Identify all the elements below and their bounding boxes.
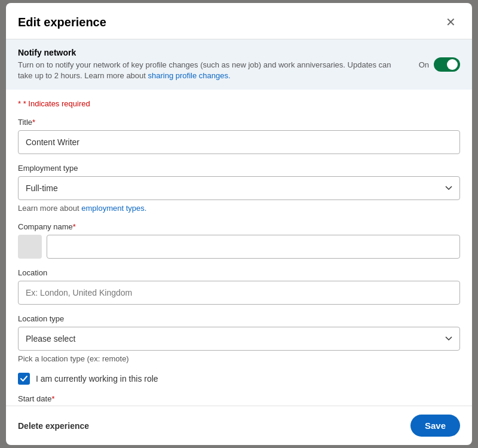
- location-type-group: Location type Please select On-site Hybr…: [18, 314, 460, 363]
- modal-header: Edit experience ✕: [6, 3, 472, 39]
- modal-title: Edit experience: [18, 16, 106, 29]
- notify-toggle[interactable]: [434, 57, 460, 72]
- employment-type-label: Employment type: [18, 164, 460, 173]
- start-date-label: Start date*: [18, 394, 460, 403]
- employment-types-link[interactable]: employment types.: [81, 204, 146, 213]
- start-date-required-star: *: [51, 394, 54, 403]
- company-row: [18, 235, 460, 259]
- employment-type-select[interactable]: Full-time Part-time Self-employed Freela…: [18, 176, 460, 200]
- location-group: Location: [18, 268, 460, 305]
- location-type-helper: Pick a location type (ex: remote): [18, 354, 460, 363]
- location-type-label: Location type: [18, 314, 460, 323]
- notify-title: Notify network: [18, 48, 407, 57]
- company-name-input[interactable]: [47, 235, 460, 259]
- employment-helper: Learn more about employment types.: [18, 204, 460, 213]
- save-button[interactable]: Save: [410, 415, 460, 437]
- close-button[interactable]: ✕: [441, 13, 460, 32]
- location-label: Location: [18, 268, 460, 277]
- company-logo: [18, 235, 42, 259]
- location-input[interactable]: [18, 281, 460, 305]
- notify-banner: Notify network Turn on to notify your ne…: [6, 39, 472, 90]
- employment-type-group: Employment type Full-time Part-time Self…: [18, 164, 460, 213]
- start-date-group: Start date* Month January February March…: [18, 394, 460, 406]
- modal-overlay: Edit experience ✕ Notify network Turn on…: [0, 0, 478, 448]
- title-required-star: *: [32, 118, 35, 127]
- toggle-label: On: [419, 60, 429, 69]
- sharing-profile-changes-link[interactable]: sharing profile changes.: [148, 71, 231, 80]
- notify-toggle-container: On: [419, 57, 460, 72]
- required-note: * * Indicates required: [18, 99, 460, 108]
- company-required-star: *: [73, 222, 76, 231]
- close-icon: ✕: [446, 15, 456, 29]
- modal-body: * * Indicates required Title* Employment…: [6, 90, 472, 406]
- title-group: Title*: [18, 118, 460, 154]
- edit-experience-modal: Edit experience ✕ Notify network Turn on…: [6, 3, 472, 445]
- currently-working-label: I am currently working in this role: [36, 374, 158, 383]
- checkmark-icon: [20, 375, 27, 382]
- title-input[interactable]: [18, 130, 460, 154]
- currently-working-checkbox[interactable]: [18, 373, 30, 385]
- company-name-label: Company name*: [18, 222, 460, 231]
- currently-working-row: I am currently working in this role: [18, 373, 460, 385]
- modal-footer: Delete experience Save: [6, 406, 472, 445]
- title-label: Title*: [18, 118, 460, 127]
- required-star: *: [18, 99, 23, 108]
- delete-experience-button[interactable]: Delete experience: [18, 416, 89, 435]
- notify-text: Notify network Turn on to notify your ne…: [18, 48, 407, 81]
- company-name-group: Company name*: [18, 222, 460, 259]
- location-type-select[interactable]: Please select On-site Hybrid Remote: [18, 327, 460, 351]
- notify-description: Turn on to notify your network of key pr…: [18, 60, 407, 81]
- toggle-slider: [434, 57, 460, 72]
